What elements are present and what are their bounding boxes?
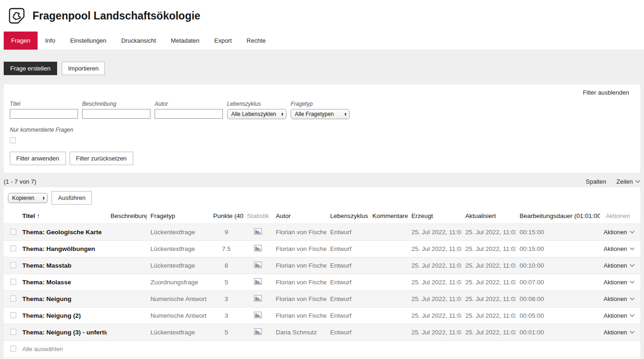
question-title[interactable]: Thema: Molasse	[19, 274, 107, 291]
question-author: Florian von Fischer	[272, 224, 326, 241]
statistic-bar-chart-icon[interactable]	[254, 262, 262, 269]
tab-fragen[interactable]: Fragen	[4, 32, 38, 50]
row-actions-dropdown[interactable]: Aktionen	[604, 295, 635, 302]
tab-druckansicht[interactable]: Druckansicht	[114, 32, 163, 50]
table-row: Thema: Molasse Zuordnungsfrage 5 Florian…	[4, 274, 640, 291]
row-checkbox[interactable]	[10, 262, 16, 268]
question-author: Florian von Fischer	[272, 257, 326, 274]
create-question-button[interactable]: Frage erstellen	[4, 62, 57, 75]
row-actions-dropdown[interactable]: Aktionen	[604, 329, 635, 336]
question-title[interactable]: Thema: Hangwölbungen	[19, 241, 107, 257]
row-actions-label: Aktionen	[604, 229, 627, 236]
tab-metadaten[interactable]: Metadaten	[163, 32, 207, 50]
chevron-down-icon	[630, 281, 635, 284]
column-header-beschreibung[interactable]: Beschreibung	[107, 208, 147, 224]
question-points: 3	[209, 291, 243, 308]
question-title[interactable]: Thema: Geologische Karte	[19, 224, 107, 241]
select-arrows-icon: ▲▼	[344, 112, 347, 116]
filter-hide-link[interactable]: Filter ausblenden	[10, 89, 629, 96]
row-checkbox[interactable]	[10, 329, 16, 335]
statistic-bar-chart-icon[interactable]	[254, 228, 262, 236]
chevron-down-icon	[630, 231, 635, 234]
row-actions-dropdown[interactable]: Aktionen	[604, 279, 635, 286]
row-actions-label: Aktionen	[604, 295, 627, 302]
tab-export[interactable]: Export	[207, 32, 240, 50]
import-button[interactable]: Importieren	[62, 62, 105, 75]
filter-lifecycle-select[interactable]: Alle Lebenszyklen ▲▼	[227, 109, 286, 119]
question-type: Lückentextfrage	[147, 241, 209, 257]
select-all-checkbox[interactable]	[10, 346, 16, 352]
chevron-down-icon	[630, 331, 635, 334]
question-title[interactable]: Thema: Neigung	[19, 291, 107, 308]
column-header-aktualisiert[interactable]: Aktualisiert	[462, 208, 516, 224]
table-row: Thema: Neigung Numerische Antwort 3 Flor…	[4, 291, 640, 308]
statistic-bar-chart-icon[interactable]	[254, 328, 262, 336]
question-title[interactable]: Thema: Neigung (2)	[19, 308, 107, 324]
filter-title-input[interactable]	[10, 109, 78, 119]
question-author: Florian von Fischer	[272, 241, 326, 257]
row-actions-label: Aktionen	[604, 279, 627, 286]
filter-type-select[interactable]: Alle Fragetypen ▲▼	[291, 109, 350, 119]
statistic-bar-chart-icon[interactable]	[254, 295, 262, 303]
filter-commented-checkbox[interactable]	[10, 137, 16, 143]
question-points: 8	[209, 257, 243, 274]
tab-info[interactable]: Info	[38, 32, 63, 50]
filter-panel: Filter ausblenden Titel Beschreibung Aut…	[4, 84, 640, 173]
column-header-punkte[interactable]: Punkte (40.5)	[209, 208, 243, 224]
row-actions-dropdown[interactable]: Aktionen	[604, 312, 635, 319]
filter-reset-button[interactable]: Filter zurücksetzen	[70, 152, 133, 165]
tab-einstellungen[interactable]: Einstellungen	[63, 32, 114, 50]
column-header-titel[interactable]: Titel ↑	[19, 208, 107, 224]
row-actions-dropdown[interactable]: Aktionen	[604, 245, 635, 252]
table-header-row: Titel ↑ Beschreibung Fragetyp Punkte (40…	[4, 208, 640, 224]
column-header-kommentare[interactable]: Kommentare	[369, 208, 408, 224]
bulk-action-value: Kopieren	[12, 195, 34, 201]
filter-commented-label: Nur kommentierte Fragen	[10, 127, 629, 133]
table-row: Thema: Masstab Lückentextfrage 8 Florian…	[4, 257, 640, 274]
question-type: Lückentextfrage	[147, 324, 209, 341]
toolbar: Frage erstellen Importieren	[4, 62, 640, 75]
column-header-statistik: Statistik	[243, 208, 272, 224]
row-checkbox[interactable]	[10, 229, 16, 235]
select-all-label: Alle auswählen	[19, 341, 640, 358]
rows-link[interactable]: Zeilen	[617, 178, 640, 185]
row-actions-dropdown[interactable]: Aktionen	[604, 229, 635, 236]
question-title[interactable]: Thema: Neigung (3) - unfertig	[19, 324, 107, 341]
column-header-bearbeitungsdauer[interactable]: Bearbeitungsdauer (01:01:00)	[516, 208, 600, 224]
column-header-autor[interactable]: Autor	[272, 208, 326, 224]
question-lifecycle: Entwurf	[326, 241, 369, 257]
statistic-bar-chart-icon[interactable]	[254, 312, 262, 320]
row-checkbox[interactable]	[10, 245, 16, 251]
question-created: 25. Jul 2022, 11:03	[408, 324, 462, 341]
row-checkbox[interactable]	[10, 312, 16, 318]
question-type: Numerische Antwort	[147, 308, 209, 324]
filter-title-label: Titel	[10, 101, 78, 107]
question-points: 7.5	[209, 241, 243, 257]
row-checkbox[interactable]	[10, 295, 16, 301]
execute-button-top[interactable]: Ausführen	[52, 191, 92, 205]
question-title[interactable]: Thema: Masstab	[19, 257, 107, 274]
row-actions-label: Aktionen	[604, 329, 627, 336]
bulk-action-select-top[interactable]: Kopieren ▲▼	[8, 193, 48, 203]
question-points: 5	[209, 274, 243, 291]
question-table-container: Kopieren ▲▼ Ausführen Titel ↑ Beschreibu…	[4, 187, 640, 359]
question-comments	[369, 308, 408, 324]
question-description	[107, 224, 147, 241]
question-author: Florian von Fischer	[272, 308, 326, 324]
column-header-erzeugt[interactable]: Erzeugt	[408, 208, 462, 224]
question-type: Lückentextfrage	[147, 224, 209, 241]
tab-rechte[interactable]: Rechte	[239, 32, 273, 50]
row-actions-dropdown[interactable]: Aktionen	[604, 262, 635, 269]
column-header-lebenszyklus[interactable]: Lebenszyklus	[326, 208, 369, 224]
filter-author-input[interactable]	[155, 109, 223, 119]
question-duration: 00:15:00	[516, 241, 600, 257]
filter-apply-button[interactable]: Filter anwenden	[10, 152, 66, 165]
column-header-fragetyp[interactable]: Fragetyp	[147, 208, 209, 224]
question-type: Numerische Antwort	[147, 291, 209, 308]
row-actions-label: Aktionen	[604, 245, 627, 252]
row-checkbox[interactable]	[10, 279, 16, 285]
filter-description-input[interactable]	[82, 109, 150, 119]
columns-link[interactable]: Spalten	[585, 178, 606, 185]
statistic-bar-chart-icon[interactable]	[254, 278, 262, 286]
statistic-bar-chart-icon[interactable]	[254, 245, 262, 253]
